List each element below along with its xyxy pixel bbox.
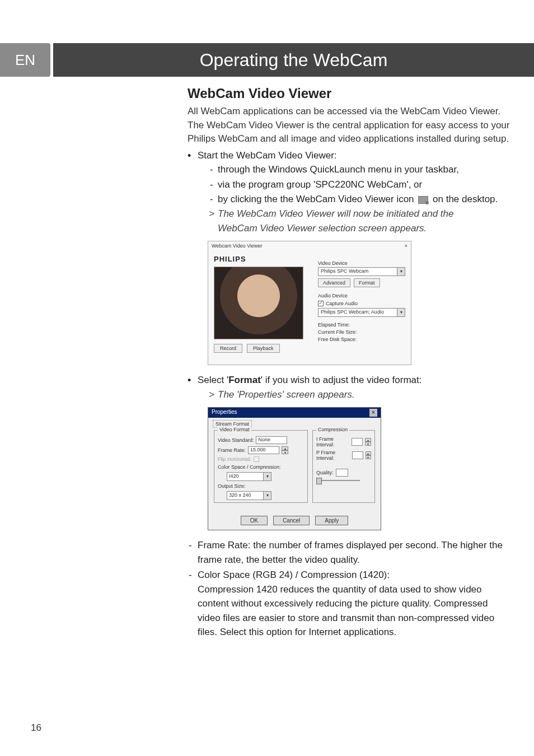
- stat-elapsed: Elapsed Time:: [318, 321, 405, 329]
- audio-device-field: Philips SPC Webcam; Audio▾: [318, 308, 405, 317]
- main-content: WebCam Video Viewer All WebCam applicati…: [188, 86, 512, 640]
- cancel-button: Cancel: [273, 516, 310, 525]
- iframe-field: [352, 438, 363, 446]
- section-intro: All WebCam applications can be accessed …: [188, 105, 512, 146]
- result-line-1: >The WebCam Video Viewer will now be ini…: [198, 207, 512, 221]
- output-size-select: 320 x 240▾: [227, 491, 271, 500]
- video-standard-field: None: [256, 436, 287, 444]
- output-size-label: Output Size:: [218, 483, 304, 489]
- sub-quicklaunch: through the Windows QuickLaunch menu in …: [198, 162, 512, 177]
- stat-filesize: Current File Size:: [318, 329, 405, 336]
- flip-label: Flip Horizontal:: [218, 456, 251, 462]
- frame-rate-spinner: ▴▾: [282, 446, 288, 454]
- chevron-down-icon: ▾: [397, 309, 405, 316]
- video-standard-label: Video Standard:: [218, 437, 254, 443]
- audio-device-label: Audio Device: [318, 293, 405, 298]
- video-format-group-title: Video Format: [218, 427, 251, 432]
- color-space-item: Color Space (RGB 24) / Compression (1420…: [188, 568, 512, 582]
- video-device-label: Video Device: [318, 260, 405, 266]
- pframe-field: [352, 451, 363, 459]
- start-line: Start the WebCam Video Viewer:: [198, 150, 337, 161]
- chevron-down-icon: ▾: [397, 268, 405, 276]
- compression-group: Compression I Frame Interval:▴▾ P Frame …: [312, 430, 375, 503]
- iframe-spinner: ▴▾: [365, 438, 371, 446]
- format-line-pre: Select ': [198, 375, 228, 385]
- close-icon: ×: [405, 243, 407, 250]
- ok-button: OK: [241, 516, 268, 525]
- frame-rate-field: 15.000: [248, 446, 279, 454]
- close-icon: ×: [369, 409, 377, 417]
- sub-desktop-icon: by clicking the the WebCam Video Viewer …: [198, 192, 512, 207]
- colorspace-label: Color Space / Compression:: [218, 464, 304, 470]
- pframe-spinner: ▴▾: [366, 451, 371, 459]
- compression-group-title: Compression: [316, 427, 349, 432]
- sub3-part2: on the desktop.: [433, 194, 498, 204]
- quality-label: Quality:: [316, 470, 334, 475]
- sub3-part1: by clicking the the WebCam Video Viewer …: [218, 194, 414, 204]
- chapter-title: Operating the WebCam: [53, 43, 534, 77]
- compression-item: Compression 1420 reduces the quantity of…: [188, 582, 512, 640]
- capture-audio-label: Capture Audio: [326, 301, 358, 306]
- page-number: 16: [31, 722, 41, 734]
- viewer-screenshot: Webcam Video Viewer × PHILIPS Record Pla…: [208, 241, 411, 365]
- result-line-2: WebCam Video Viewer selection screen app…: [198, 221, 512, 236]
- format-button: Format: [354, 278, 380, 287]
- stat-diskspace: Free Disk Space:: [318, 336, 405, 343]
- sub-program-group: via the program group 'SPC220NC WebCam',…: [198, 178, 512, 192]
- video-preview: [214, 267, 303, 339]
- video-format-group: Video Format Video Standard:None Frame R…: [214, 430, 308, 503]
- frame-rate-item: Frame Rate: the number of frames display…: [188, 538, 512, 567]
- format-word: Format: [228, 375, 261, 385]
- advanced-button: Advanced: [318, 278, 350, 287]
- record-button: Record: [214, 344, 242, 353]
- format-result: >The 'Properties' screen appears.: [198, 388, 512, 402]
- frame-rate-def-label: Frame Rate:: [198, 540, 250, 550]
- properties-screenshot: Properties× Stream Format Video Format V…: [208, 407, 381, 530]
- properties-title: Properties: [212, 409, 237, 417]
- compression-def-label: Compression 1420: [198, 584, 278, 595]
- frame-rate-label: Frame Rate:: [218, 447, 246, 453]
- video-device-field: Philips SPC Webcam▾: [318, 267, 405, 276]
- quality-slider: [316, 480, 360, 481]
- format-line-post: ' if you wish to adjust the video format…: [261, 375, 422, 385]
- pframe-label: P Frame Interval:: [316, 450, 350, 461]
- capture-audio-checkbox: [318, 301, 324, 306]
- chevron-down-icon: ▾: [263, 492, 271, 500]
- playback-button: Playback: [247, 344, 280, 353]
- chevron-down-icon: ▾: [263, 473, 271, 480]
- colorspace-select: I420▾: [227, 472, 271, 481]
- section-heading: WebCam Video Viewer: [188, 86, 512, 101]
- brand-logo: PHILIPS: [214, 255, 309, 263]
- webcam-viewer-icon: [418, 196, 428, 204]
- iframe-label: I Frame Interval:: [316, 436, 349, 447]
- apply-button: Apply: [315, 516, 348, 525]
- flip-checkbox: [254, 456, 259, 462]
- color-space-def-label: Color Space (RGB 24) / Compression (1420…: [198, 570, 390, 580]
- language-tab: EN: [0, 43, 50, 77]
- viewer-title: Webcam Video Viewer: [212, 243, 263, 250]
- quality-field: [336, 469, 348, 477]
